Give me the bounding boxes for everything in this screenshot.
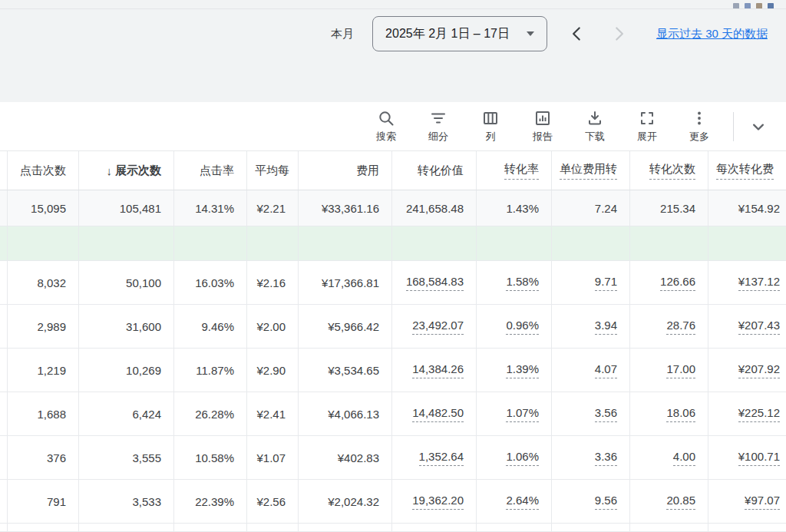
metric-cell: ¥2,024.32 [299, 480, 392, 523]
previous-period-button[interactable] [567, 24, 587, 44]
metric-cell: 168,584.83 [392, 261, 477, 304]
column-header-value-per-cost[interactable]: 单位费用转 [552, 151, 630, 190]
metric-value-dashed[interactable]: 3.94 [595, 319, 617, 335]
metric-value-dashed[interactable]: 3.36 [595, 450, 617, 466]
metric-cell: ¥97.07 [708, 480, 786, 523]
metric-cell [630, 524, 708, 531]
metric-cell: 28.76 [630, 305, 708, 348]
metric-value-dashed[interactable]: 18.06 [666, 406, 695, 422]
metric-value-dashed[interactable]: 17.00 [666, 362, 695, 378]
metric-value-dashed[interactable]: 28.76 [666, 319, 695, 335]
metric-cell [299, 524, 392, 531]
metric-value-dashed[interactable]: 23,492.07 [412, 319, 464, 335]
column-label: 点击率 [200, 164, 234, 178]
metric-cell: 1.43% [477, 190, 552, 226]
metric-cell: ¥154.92 [708, 190, 786, 226]
metric-value-dashed[interactable]: 1.58% [506, 275, 539, 291]
metric-value-dashed[interactable]: ¥207.92 [738, 362, 780, 378]
metric-value-dashed[interactable]: 1.39% [506, 362, 539, 378]
metric-cell: 0.96% [477, 305, 552, 348]
column-header-cost-per-conv[interactable]: 每次转化费 [708, 151, 786, 190]
clipped-bottom-row [0, 524, 786, 532]
metric-cell [79, 524, 174, 531]
column-header-avg-cpc[interactable]: 平均每 [247, 151, 299, 190]
date-range-controls: 本月 2025年 2月 1日 – 17日 显示过去 30 天的数据 [331, 16, 768, 51]
metric-cell: 50,100 [79, 261, 174, 304]
show-last-30-days-link[interactable]: 显示过去 30 天的数据 [656, 27, 768, 41]
search-icon [377, 109, 395, 127]
clipped-column-sliver [0, 480, 8, 523]
metric-value-dashed[interactable]: 4.07 [595, 362, 617, 378]
metric-value-dashed[interactable]: ¥97.07 [745, 494, 780, 510]
column-header-ctr[interactable]: 点击率 [174, 151, 247, 190]
metric-value-dashed[interactable]: ¥225.12 [738, 406, 780, 422]
metric-value-dashed[interactable]: 14,482.50 [412, 406, 464, 422]
metric-cell: ¥100.71 [708, 436, 786, 479]
metric-value-dashed[interactable]: 14,384.26 [412, 362, 464, 378]
metrics-table: 点击次数 ↓展示次数 点击率 平均每 费用 转化价值 转化率 单位费用转 转化次… [0, 151, 786, 532]
more-icon [690, 109, 708, 127]
segment-icon [429, 109, 447, 127]
chevron-down-icon [527, 31, 534, 36]
chevron-left-icon [573, 28, 580, 39]
metric-value-dashed[interactable]: ¥100.71 [738, 450, 780, 466]
metric-value-dashed[interactable]: 9.56 [595, 494, 617, 510]
metric-cell: 7.24 [552, 190, 630, 226]
clipped-column-sliver [0, 392, 8, 435]
clipped-column-sliver [0, 190, 8, 226]
metric-value-dashed[interactable]: 1.06% [506, 450, 539, 466]
metric-cell [552, 226, 630, 260]
metric-value-dashed[interactable]: 2.64% [506, 494, 539, 510]
metric-value-dashed[interactable]: 1.07% [506, 406, 539, 422]
metric-cell: 16.03% [174, 261, 247, 304]
metric-cell [299, 226, 392, 260]
more-button[interactable]: 更多 [673, 109, 725, 144]
metric-cell [174, 226, 247, 260]
metric-cell [392, 524, 477, 531]
metric-value-dashed[interactable]: 19,362.20 [412, 494, 464, 510]
metric-value-dashed[interactable]: 4.00 [673, 450, 695, 466]
metric-cell: 10,269 [79, 349, 174, 392]
toolbar-label: 下载 [585, 130, 605, 144]
expand-button[interactable]: 展开 [621, 109, 673, 144]
metric-value-dashed[interactable]: 168,584.83 [406, 275, 464, 291]
collapse-table-button[interactable] [748, 116, 769, 137]
columns-button[interactable]: 列 [464, 109, 517, 144]
download-button[interactable]: 下载 [569, 109, 621, 144]
metric-value-dashed[interactable]: 20.85 [666, 494, 695, 510]
column-header-conversions[interactable]: 转化次数 [630, 151, 708, 190]
toolbar-label: 报告 [533, 130, 553, 144]
column-header-conv-rate[interactable]: 转化率 [477, 151, 552, 190]
metric-value-dashed[interactable]: 1,352.64 [419, 450, 464, 466]
metric-cell: 791 [8, 480, 79, 523]
metric-value-dashed[interactable]: 0.96% [506, 319, 539, 335]
clipped-column-sliver [0, 226, 8, 260]
report-button[interactable]: 报告 [517, 109, 569, 144]
column-label: 点击次数 [20, 164, 66, 178]
metric-cell: 23,492.07 [392, 305, 477, 348]
metric-value-dashed[interactable]: ¥207.43 [738, 319, 780, 335]
date-range-select[interactable]: 2025年 2月 1日 – 17日 [372, 16, 547, 51]
metric-value-dashed[interactable]: 126.66 [660, 275, 695, 291]
metric-cell: ¥4,066.13 [299, 392, 392, 435]
metric-value-dashed[interactable]: ¥137.12 [738, 275, 780, 291]
metric-value-dashed[interactable]: 9.71 [595, 275, 617, 291]
metric-cell [552, 524, 630, 531]
metric-cell: 1.39% [477, 349, 552, 392]
metric-cell: 126.66 [630, 261, 708, 304]
table-row: 3763,55510.58%¥1.07¥402.831,352.641.06%3… [0, 436, 786, 480]
column-header-impressions[interactable]: ↓展示次数 [79, 151, 174, 190]
next-period-button[interactable] [609, 24, 629, 44]
metric-cell: 241,658.48 [392, 190, 477, 226]
metric-value-dashed[interactable]: 3.56 [595, 406, 617, 422]
column-header-conv-value[interactable]: 转化价值 [392, 151, 477, 190]
table-row: 1,6886,42426.28%¥2.41¥4,066.1314,482.501… [0, 392, 786, 436]
metric-cell [247, 524, 299, 531]
segment-button[interactable]: 细分 [412, 109, 464, 144]
column-header-cost[interactable]: 费用 [299, 151, 392, 190]
metric-cell: 22.39% [174, 480, 247, 523]
column-label: 转化次数 [649, 162, 695, 180]
metric-cell [8, 226, 79, 260]
column-header-clicks[interactable]: 点击次数 [8, 151, 79, 190]
search-button[interactable]: 搜索 [360, 109, 412, 144]
